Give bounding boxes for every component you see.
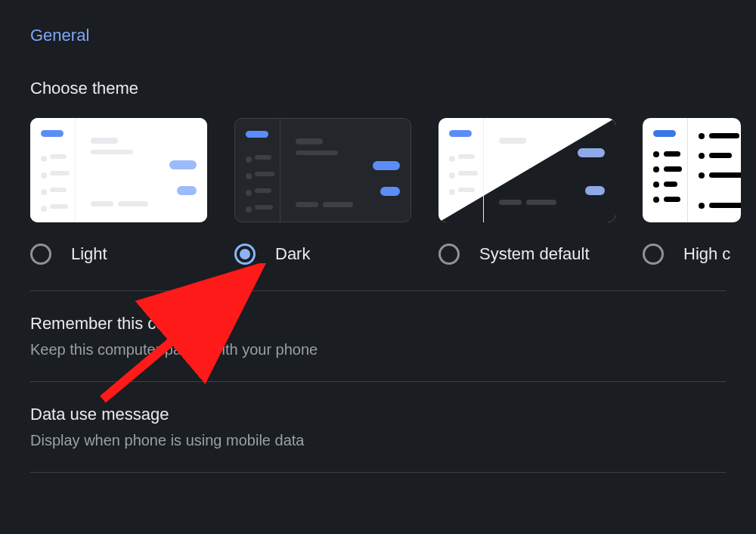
theme-radio-row-dark[interactable]: Dark (234, 244, 411, 265)
theme-option-system-default[interactable]: System default (438, 118, 615, 265)
theme-label-dark: Dark (275, 244, 310, 264)
theme-label-high-contrast: High c (683, 244, 730, 264)
setting-title: Data use message (30, 405, 726, 424)
theme-label-light: Light (71, 244, 107, 264)
setting-data-use-message[interactable]: Data use message Display when phone is u… (30, 382, 726, 472)
radio-icon[interactable] (438, 244, 460, 265)
theme-radio-row-light[interactable]: Light (30, 244, 207, 265)
radio-icon[interactable] (30, 244, 51, 265)
theme-preview-system (438, 118, 615, 222)
section-title: General (30, 26, 726, 45)
theme-option-light[interactable]: Light (30, 118, 207, 265)
theme-preview-light (30, 118, 207, 222)
theme-option-dark[interactable]: Dark (234, 118, 411, 265)
theme-preview-dark (234, 118, 411, 222)
radio-icon[interactable] (643, 244, 664, 265)
theme-option-high-contrast[interactable]: High c (643, 118, 741, 265)
divider (30, 472, 726, 473)
general-settings-panel: General Choose theme (0, 0, 756, 473)
setting-remember-computer[interactable]: Remember this computer Keep this compute… (30, 291, 726, 381)
theme-radio-row-system[interactable]: System default (438, 244, 615, 265)
theme-options-row: Light (30, 118, 726, 265)
theme-radio-row-high-contrast[interactable]: High c (643, 244, 741, 265)
choose-theme-label: Choose theme (30, 79, 726, 98)
theme-label-system: System default (479, 244, 590, 264)
setting-title: Remember this computer (30, 314, 726, 334)
theme-preview-high-contrast (643, 118, 741, 222)
setting-description: Keep this computer paired with your phon… (30, 341, 726, 359)
setting-description: Display when phone is using mobile data (30, 432, 726, 449)
radio-icon[interactable] (234, 244, 256, 265)
